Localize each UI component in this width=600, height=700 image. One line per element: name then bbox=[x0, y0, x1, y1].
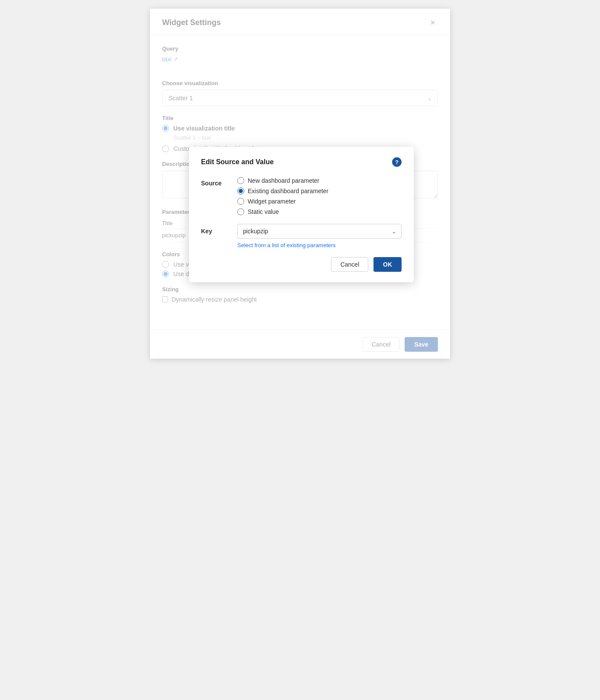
edit-modal-title: Edit Source and Value bbox=[201, 158, 274, 166]
source-existing-dashboard-radio[interactable] bbox=[237, 188, 244, 194]
source-row: Source New dashboard parameter Existing … bbox=[201, 177, 402, 215]
source-widget-parameter-radio[interactable] bbox=[237, 198, 244, 205]
help-icon[interactable]: ? bbox=[392, 157, 402, 167]
modal-cancel-button[interactable]: Cancel bbox=[331, 257, 368, 272]
key-select[interactable]: pickupzip bbox=[237, 224, 402, 239]
source-widget-parameter-label: Widget parameter bbox=[248, 198, 296, 205]
edit-modal-header: Edit Source and Value ? bbox=[201, 157, 402, 167]
key-select-wrapper: pickupzip ⌄ bbox=[237, 224, 402, 239]
source-new-dashboard-label: New dashboard parameter bbox=[248, 177, 319, 184]
source-static-value-label: Static value bbox=[248, 208, 279, 215]
source-existing-dashboard-option[interactable]: Existing dashboard parameter bbox=[237, 188, 329, 194]
source-label: Source bbox=[201, 177, 227, 187]
edit-source-modal: Edit Source and Value ? Source New dashb… bbox=[189, 147, 414, 282]
modal-ok-button[interactable]: OK bbox=[373, 257, 402, 272]
key-hint: Select from a list of existing parameter… bbox=[237, 242, 402, 248]
source-existing-dashboard-label: Existing dashboard parameter bbox=[248, 188, 329, 194]
key-row: Key pickupzip ⌄ bbox=[201, 224, 402, 239]
source-widget-parameter-option[interactable]: Widget parameter bbox=[237, 198, 329, 205]
edit-modal-footer: Cancel OK bbox=[201, 257, 402, 272]
source-new-dashboard-option[interactable]: New dashboard parameter bbox=[237, 177, 329, 184]
source-static-value-option[interactable]: Static value bbox=[237, 208, 329, 215]
widget-settings-dialog: Widget Settings × Query taxi ↗ Choose vi… bbox=[150, 9, 450, 359]
source-new-dashboard-radio[interactable] bbox=[237, 177, 244, 184]
source-static-value-radio[interactable] bbox=[237, 208, 244, 215]
key-label: Key bbox=[201, 228, 227, 235]
source-options: New dashboard parameter Existing dashboa… bbox=[237, 177, 329, 215]
